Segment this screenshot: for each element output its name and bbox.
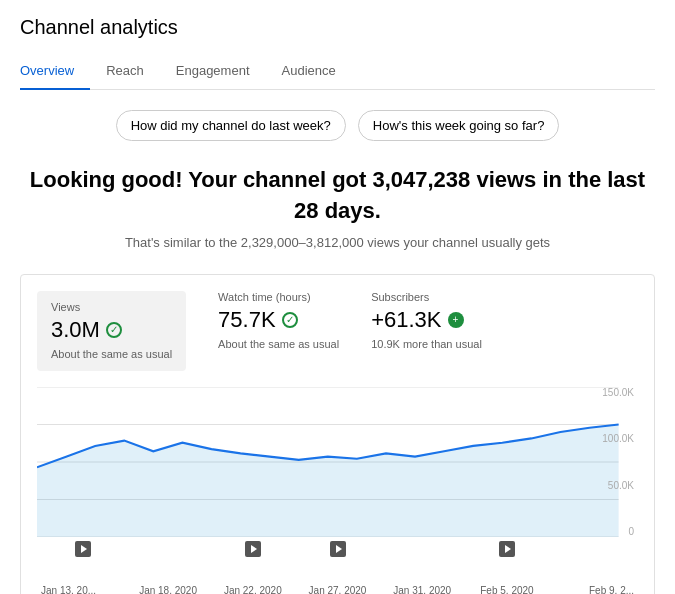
tab-audience[interactable]: Audience [266, 55, 352, 90]
stat-subscribers-value: +61.3K [371, 307, 441, 333]
tab-overview[interactable]: Overview [20, 55, 90, 90]
x-label-4: Jan 27, 2020 [295, 585, 380, 594]
chart-marker-7 [549, 541, 634, 557]
stat-watchtime-label: Watch time (hours) [218, 291, 339, 303]
page-container: Channel analytics Overview Reach Engagem… [0, 0, 675, 594]
stat-views: Views 3.0M ✓ About the same as usual [37, 291, 186, 371]
x-label-3: Jan 22, 2020 [210, 585, 295, 594]
x-label-1: Jan 13, 20... [41, 585, 126, 594]
quick-filter-this-week[interactable]: How's this week going so far? [358, 110, 560, 141]
chart-area: 150.0K 100.0K 50.0K 0 [37, 387, 638, 537]
stat-watchtime-value-row: 75.7K ✓ [218, 307, 339, 333]
stat-views-label: Views [51, 301, 172, 313]
tabs-bar: Overview Reach Engagement Audience [20, 55, 655, 90]
x-label-6: Feb 5, 2020 [465, 585, 550, 594]
subheadline-text: That's similar to the 2,329,000–3,812,00… [20, 235, 655, 250]
chart-svg [37, 387, 638, 537]
page-title: Channel analytics [20, 16, 655, 39]
quick-filter-last-week[interactable]: How did my channel do last week? [116, 110, 346, 141]
chart-x-labels: Jan 13, 20... Jan 18, 2020 Jan 22, 2020 … [37, 585, 638, 594]
stats-row: Views 3.0M ✓ About the same as usual Wat… [37, 291, 638, 371]
x-label-5: Jan 31, 2020 [380, 585, 465, 594]
stat-watchtime-desc: About the same as usual [218, 337, 339, 351]
play-icon-3 [330, 541, 346, 557]
stat-subscribers-icon: + [448, 312, 464, 328]
stat-subscribers-label: Subscribers [371, 291, 482, 303]
stat-views-value-row: 3.0M ✓ [51, 317, 172, 343]
stat-views-desc: About the same as usual [51, 347, 172, 361]
chart-marker-3 [210, 541, 295, 557]
stats-chart-card: Views 3.0M ✓ About the same as usual Wat… [20, 274, 655, 594]
chart-marker-4 [295, 541, 380, 557]
stat-subscribers-value-row: +61.3K + [371, 307, 482, 333]
chart-markers-row [37, 537, 638, 557]
x-label-2: Jan 18, 2020 [126, 585, 211, 594]
play-icon-4 [499, 541, 515, 557]
stat-subscribers-desc: 10.9K more than usual [371, 337, 482, 351]
headline-section: Looking good! Your channel got 3,047,238… [20, 165, 655, 227]
tab-reach[interactable]: Reach [90, 55, 160, 90]
chart-marker-6 [465, 541, 550, 557]
stat-watchtime-icon: ✓ [282, 312, 298, 328]
play-icon-1 [75, 541, 91, 557]
stat-subscribers: Subscribers +61.3K + 10.9K more than usu… [371, 291, 482, 371]
x-label-7: Feb 9, 2... [549, 585, 634, 594]
play-icon-2 [245, 541, 261, 557]
chart-marker-1 [41, 541, 126, 557]
headline-text: Looking good! Your channel got 3,047,238… [20, 165, 655, 227]
quick-filters: How did my channel do last week? How's t… [20, 110, 655, 141]
stat-views-icon: ✓ [106, 322, 122, 338]
stat-views-value: 3.0M [51, 317, 100, 343]
chart-marker-2 [126, 541, 211, 557]
tab-engagement[interactable]: Engagement [160, 55, 266, 90]
stat-watchtime: Watch time (hours) 75.7K ✓ About the sam… [218, 291, 339, 371]
stat-watchtime-value: 75.7K [218, 307, 276, 333]
chart-marker-5 [380, 541, 465, 557]
